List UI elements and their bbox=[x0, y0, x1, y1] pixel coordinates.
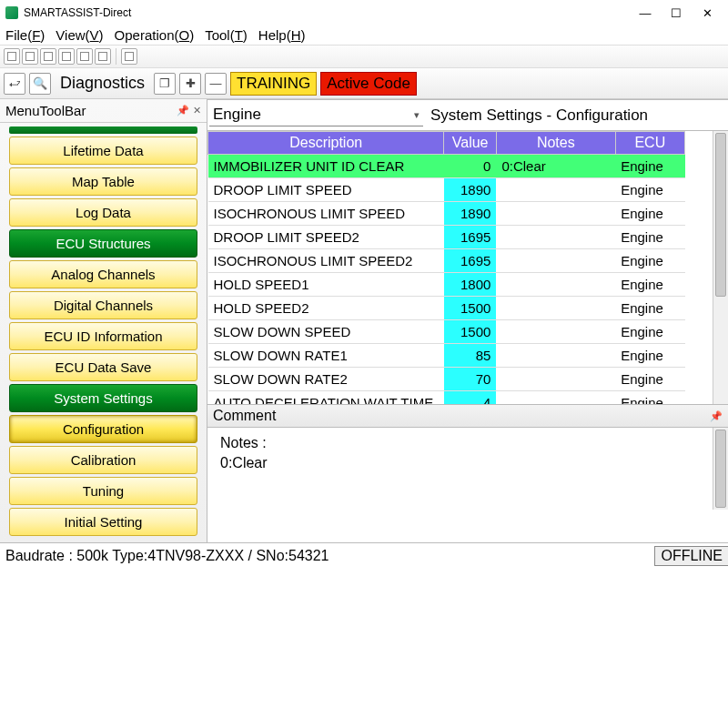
close-panel-icon[interactable]: ✕ bbox=[193, 105, 201, 116]
toolbar-icon-7[interactable] bbox=[121, 48, 137, 65]
back-icon[interactable]: ⮐ bbox=[4, 73, 25, 95]
sidebar: MenuToolBar 📌✕ Lifetime Data Map Table L… bbox=[0, 99, 207, 542]
cell-value[interactable]: 1500 bbox=[444, 297, 496, 320]
menu-operation[interactable]: Operation(O) bbox=[115, 27, 195, 43]
toolbar-icon-1[interactable] bbox=[4, 48, 20, 65]
menubar: File(F) View(V) Operation(O) Tool(T) Hel… bbox=[0, 25, 728, 45]
cell-notes bbox=[496, 391, 615, 405]
toolbar-icon-6[interactable] bbox=[95, 48, 111, 65]
sidebar-item-ecu-id-information[interactable]: ECU ID Information bbox=[9, 322, 197, 350]
cell-value[interactable]: 4 bbox=[444, 391, 496, 405]
minimize-button[interactable]: — bbox=[630, 4, 661, 22]
cell-notes bbox=[496, 202, 615, 226]
cell-notes bbox=[496, 368, 615, 391]
comment-line1: Notes : bbox=[220, 433, 715, 453]
sidebar-item-log-data[interactable]: Log Data bbox=[9, 198, 197, 227]
col-value[interactable]: Value bbox=[444, 132, 496, 155]
table-scrollbar[interactable] bbox=[713, 131, 728, 404]
cell-ecu: Engine bbox=[615, 344, 684, 368]
sidebar-item-configuration[interactable]: Configuration bbox=[9, 415, 197, 443]
table-row[interactable]: AUTO DECELERATION WAIT TIME4Engine bbox=[208, 391, 685, 405]
table-row[interactable]: HOLD SPEED21500Engine bbox=[208, 297, 685, 320]
cell-description: HOLD SPEED1 bbox=[208, 273, 444, 297]
sidebar-item-tuning[interactable]: Tuning bbox=[9, 477, 197, 505]
close-button[interactable]: ✕ bbox=[692, 4, 723, 22]
cell-value[interactable]: 1890 bbox=[444, 178, 496, 202]
cell-value[interactable]: 0 bbox=[444, 155, 496, 178]
cell-value[interactable]: 70 bbox=[444, 368, 496, 391]
sidebar-top-bar bbox=[9, 126, 197, 134]
sidebar-item-map-table[interactable]: Map Table bbox=[9, 167, 197, 196]
toolbar-icon-4[interactable] bbox=[58, 48, 75, 65]
menu-file[interactable]: File(F) bbox=[5, 27, 45, 43]
cell-value[interactable]: 1890 bbox=[444, 202, 496, 226]
comment-pin-icon[interactable]: 📌 bbox=[710, 410, 723, 422]
cell-description: SLOW DOWN RATE1 bbox=[208, 344, 444, 368]
sidebar-item-calibration[interactable]: Calibration bbox=[9, 446, 197, 474]
toolbar-icon-2[interactable] bbox=[22, 48, 38, 65]
sidebar-item-system-settings[interactable]: System Settings bbox=[9, 384, 197, 412]
cell-ecu: Engine bbox=[615, 155, 684, 178]
window-icon[interactable]: ❐ bbox=[154, 73, 176, 95]
plus-icon[interactable]: ✚ bbox=[179, 73, 201, 95]
table-row[interactable]: SLOW DOWN RATE270Engine bbox=[208, 368, 685, 391]
table-row[interactable]: HOLD SPEED11800Engine bbox=[208, 273, 685, 297]
cell-value[interactable]: 85 bbox=[444, 344, 496, 368]
table-row[interactable]: DROOP LIMIT SPEED1890Engine bbox=[208, 178, 685, 202]
menu-help[interactable]: Help(H) bbox=[258, 27, 306, 43]
sidebar-item-ecu-structures[interactable]: ECU Structures bbox=[9, 229, 197, 258]
sidebar-title: MenuToolBar 📌✕ bbox=[0, 99, 207, 123]
sidebar-item-initial-setting[interactable]: Initial Setting bbox=[9, 508, 197, 536]
comment-title: Comment bbox=[213, 408, 276, 424]
col-notes[interactable]: Notes bbox=[496, 132, 615, 155]
maximize-button[interactable]: ☐ bbox=[661, 4, 692, 22]
cell-ecu: Engine bbox=[615, 320, 684, 344]
sidebar-item-ecu-data-save[interactable]: ECU Data Save bbox=[9, 353, 197, 381]
main-panel: Engine System Settings - Configuration D… bbox=[207, 99, 728, 542]
cell-value[interactable]: 1695 bbox=[444, 249, 496, 273]
diagnostics-label: Diagnostics bbox=[55, 74, 150, 93]
sidebar-title-text: MenuToolBar bbox=[5, 103, 86, 118]
table-row[interactable]: IMMOBILIZER UNIT ID CLEAR00:ClearEngine bbox=[208, 155, 685, 178]
cell-ecu: Engine bbox=[615, 297, 684, 320]
cell-value[interactable]: 1695 bbox=[444, 226, 496, 249]
table-row[interactable]: DROOP LIMIT SPEED21695Engine bbox=[208, 226, 685, 249]
comment-scrollbar[interactable] bbox=[713, 428, 728, 510]
cell-description: IMMOBILIZER UNIT ID CLEAR bbox=[208, 155, 444, 178]
col-description[interactable]: Description bbox=[208, 132, 444, 155]
cell-description: SLOW DOWN SPEED bbox=[208, 320, 444, 344]
comment-header: Comment 📌 bbox=[207, 404, 728, 428]
table-row[interactable]: SLOW DOWN SPEED1500Engine bbox=[208, 320, 685, 344]
sidebar-item-lifetime-data[interactable]: Lifetime Data bbox=[9, 136, 197, 165]
cell-notes bbox=[496, 273, 615, 297]
table-row[interactable]: ISOCHRONOUS LIMIT SPEED1890Engine bbox=[208, 202, 685, 226]
menu-view[interactable]: View(V) bbox=[56, 27, 103, 43]
engine-dropdown[interactable]: Engine bbox=[209, 104, 423, 126]
cell-description: DROOP LIMIT SPEED bbox=[208, 178, 444, 202]
cell-notes bbox=[496, 344, 615, 368]
toolbar-icon-5[interactable] bbox=[76, 48, 93, 65]
window-title: SMARTASSIST-Direct bbox=[24, 6, 630, 19]
status-left: Baudrate : 500k Type:4TNV98-ZXXX / SNo:5… bbox=[5, 548, 654, 564]
cell-ecu: Engine bbox=[615, 226, 684, 249]
minus-icon[interactable]: — bbox=[205, 73, 227, 95]
status-offline: OFFLINE bbox=[654, 546, 728, 566]
table-row[interactable]: SLOW DOWN RATE185Engine bbox=[208, 344, 685, 368]
cell-ecu: Engine bbox=[615, 391, 684, 405]
toolbar-icon-3[interactable] bbox=[40, 48, 56, 65]
cell-value[interactable]: 1800 bbox=[444, 273, 496, 297]
sidebar-item-digital-channels[interactable]: Digital Channels bbox=[9, 291, 197, 319]
cell-ecu: Engine bbox=[615, 178, 684, 202]
comment-line2: 0:Clear bbox=[220, 453, 715, 473]
cell-notes bbox=[496, 178, 615, 202]
cell-notes bbox=[496, 320, 615, 344]
table-row[interactable]: ISOCHRONOUS LIMIT SPEED21695Engine bbox=[208, 249, 685, 273]
breadcrumb: System Settings - Configuration bbox=[427, 106, 726, 125]
pin-icon[interactable]: 📌 bbox=[177, 105, 189, 116]
toolbar-icons bbox=[0, 45, 728, 68]
col-ecu[interactable]: ECU bbox=[615, 132, 684, 155]
menu-tool[interactable]: Tool(T) bbox=[205, 27, 248, 43]
search-icon[interactable]: 🔍 bbox=[29, 73, 51, 95]
cell-value[interactable]: 1500 bbox=[444, 320, 496, 344]
sidebar-item-analog-channels[interactable]: Analog Channels bbox=[9, 260, 197, 288]
